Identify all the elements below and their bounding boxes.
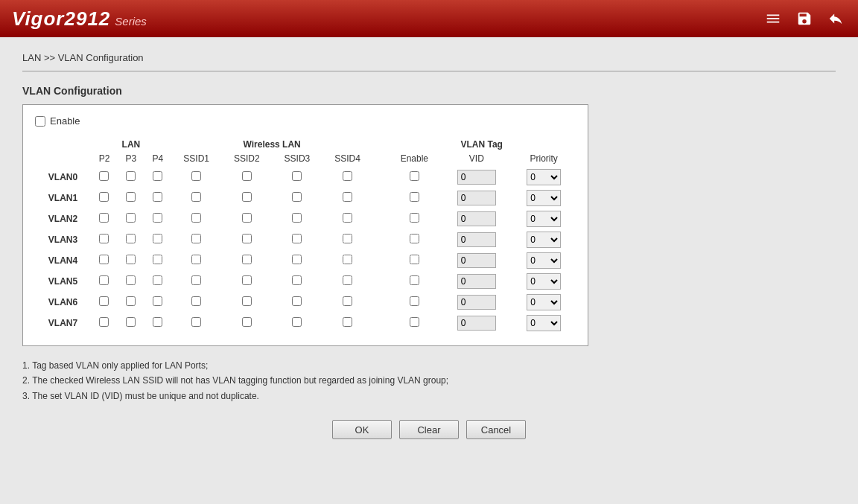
vid-input-6[interactable] <box>457 295 496 310</box>
p3-checkbox-5[interactable] <box>126 275 136 285</box>
p4-checkbox-4[interactable] <box>153 255 162 264</box>
vid-input-5[interactable] <box>457 274 496 289</box>
p3-checkbox-0[interactable] <box>126 171 136 181</box>
p3-col: P3 <box>118 151 144 167</box>
priority-select-4[interactable]: 01234567 <box>527 252 561 269</box>
ssid2-checkbox-0[interactable] <box>242 171 252 181</box>
ssid2-checkbox-3[interactable] <box>242 234 252 243</box>
priority-cell-0: 01234567 <box>512 167 576 188</box>
ssid1-checkbox-cell-1 <box>171 188 222 208</box>
ssid3-checkbox-7[interactable] <box>292 317 302 327</box>
p4-checkbox-0[interactable] <box>153 171 162 181</box>
ssid1-checkbox-3[interactable] <box>191 234 201 243</box>
priority-select-7[interactable]: 01234567 <box>527 315 561 331</box>
ssid3-checkbox-3[interactable] <box>292 234 302 243</box>
p3-checkbox-2[interactable] <box>126 213 136 223</box>
ssid4-checkbox-3[interactable] <box>343 234 352 243</box>
p2-checkbox-7[interactable] <box>99 317 109 327</box>
vlan-tag-enable-checkbox-7[interactable] <box>410 317 419 327</box>
clear-button[interactable]: Clear <box>399 420 459 439</box>
ssid1-checkbox-6[interactable] <box>191 296 201 306</box>
ssid4-checkbox-6[interactable] <box>343 296 352 306</box>
p2-checkbox-5[interactable] <box>99 275 109 285</box>
ssid1-checkbox-2[interactable] <box>191 213 201 223</box>
vlan-tag-enable-checkbox-3[interactable] <box>410 234 419 243</box>
priority-select-3[interactable]: 01234567 <box>527 232 561 248</box>
vid-input-0[interactable] <box>457 170 496 185</box>
p4-checkbox-3[interactable] <box>153 234 162 243</box>
ssid3-checkbox-6[interactable] <box>292 296 302 306</box>
p3-checkbox-7[interactable] <box>126 317 136 327</box>
ssid1-checkbox-1[interactable] <box>191 192 201 202</box>
logo-main: Vigor2912 <box>12 7 110 31</box>
priority-cell-1: 01234567 <box>512 188 576 208</box>
ok-button[interactable]: OK <box>332 420 392 439</box>
ssid2-checkbox-cell-6 <box>221 292 272 313</box>
p4-checkbox-2[interactable] <box>153 213 162 223</box>
ssid2-checkbox-2[interactable] <box>242 213 252 223</box>
p4-checkbox-5[interactable] <box>153 275 162 285</box>
ssid1-checkbox-cell-5 <box>171 271 222 292</box>
p3-checkbox-6[interactable] <box>126 296 136 306</box>
enable-checkbox[interactable] <box>35 116 45 127</box>
p3-checkbox-4[interactable] <box>126 255 136 264</box>
ssid1-checkbox-7[interactable] <box>191 317 201 327</box>
spacer-cell <box>372 188 387 208</box>
priority-select-1[interactable]: 01234567 <box>527 190 561 206</box>
p4-checkbox-cell-7 <box>144 313 171 334</box>
p3-checkbox-3[interactable] <box>126 234 136 243</box>
save-icon[interactable] <box>794 8 815 29</box>
vlan-tag-enable-checkbox-5[interactable] <box>410 275 419 285</box>
cancel-button[interactable]: Cancel <box>466 420 526 439</box>
ssid1-checkbox-5[interactable] <box>191 275 201 285</box>
ssid4-checkbox-1[interactable] <box>343 192 352 202</box>
logout-icon[interactable] <box>825 8 846 29</box>
p2-checkbox-4[interactable] <box>99 255 109 264</box>
priority-select-2[interactable]: 01234567 <box>527 211 561 227</box>
ssid3-checkbox-1[interactable] <box>292 192 302 202</box>
vid-input-4[interactable] <box>457 253 496 268</box>
ssid4-checkbox-2[interactable] <box>343 213 352 223</box>
ssid2-checkbox-7[interactable] <box>242 317 252 327</box>
vlan-tag-enable-checkbox-0[interactable] <box>410 171 419 181</box>
p4-checkbox-1[interactable] <box>153 192 162 202</box>
priority-select-0[interactable]: 01234567 <box>527 169 561 185</box>
p3-checkbox-1[interactable] <box>126 192 136 202</box>
priority-select-5[interactable]: 01234567 <box>527 273 561 290</box>
ssid1-checkbox-0[interactable] <box>191 171 201 181</box>
p2-checkbox-6[interactable] <box>99 296 109 306</box>
p2-checkbox-2[interactable] <box>99 213 109 223</box>
vlan-tag-enable-checkbox-1[interactable] <box>410 192 419 202</box>
vid-cell-3 <box>441 229 512 250</box>
p2-checkbox-3[interactable] <box>99 234 109 243</box>
ssid3-checkbox-5[interactable] <box>292 275 302 285</box>
ssid2-checkbox-5[interactable] <box>242 275 252 285</box>
ssid2-checkbox-1[interactable] <box>242 192 252 202</box>
ssid4-checkbox-5[interactable] <box>343 275 352 285</box>
vid-input-1[interactable] <box>457 191 496 205</box>
vlan-tag-enable-checkbox-4[interactable] <box>410 255 419 264</box>
vlan-tag-enable-checkbox-2[interactable] <box>410 213 419 223</box>
p4-checkbox-6[interactable] <box>153 296 162 306</box>
ssid4-checkbox-0[interactable] <box>343 171 352 181</box>
ssid1-checkbox-cell-7 <box>171 313 222 334</box>
vid-input-2[interactable] <box>457 211 496 226</box>
ssid2-checkbox-6[interactable] <box>242 296 252 306</box>
vid-input-3[interactable] <box>457 232 496 247</box>
ssid1-checkbox-4[interactable] <box>191 255 201 264</box>
ssid4-checkbox-4[interactable] <box>343 255 352 264</box>
p2-checkbox-cell-5 <box>91 271 118 292</box>
priority-select-6[interactable]: 01234567 <box>527 294 561 310</box>
p4-checkbox-7[interactable] <box>153 317 162 327</box>
ssid3-checkbox-4[interactable] <box>292 255 302 264</box>
ssid4-checkbox-7[interactable] <box>343 317 352 327</box>
p3-checkbox-cell-1 <box>118 188 144 208</box>
ssid3-checkbox-0[interactable] <box>292 171 302 181</box>
p2-checkbox-0[interactable] <box>99 171 109 181</box>
settings-icon[interactable] <box>763 8 784 29</box>
vlan-tag-enable-checkbox-6[interactable] <box>410 296 419 306</box>
ssid2-checkbox-4[interactable] <box>242 255 252 264</box>
ssid3-checkbox-2[interactable] <box>292 213 302 223</box>
p2-checkbox-1[interactable] <box>99 192 109 202</box>
vid-input-7[interactable] <box>457 316 496 331</box>
